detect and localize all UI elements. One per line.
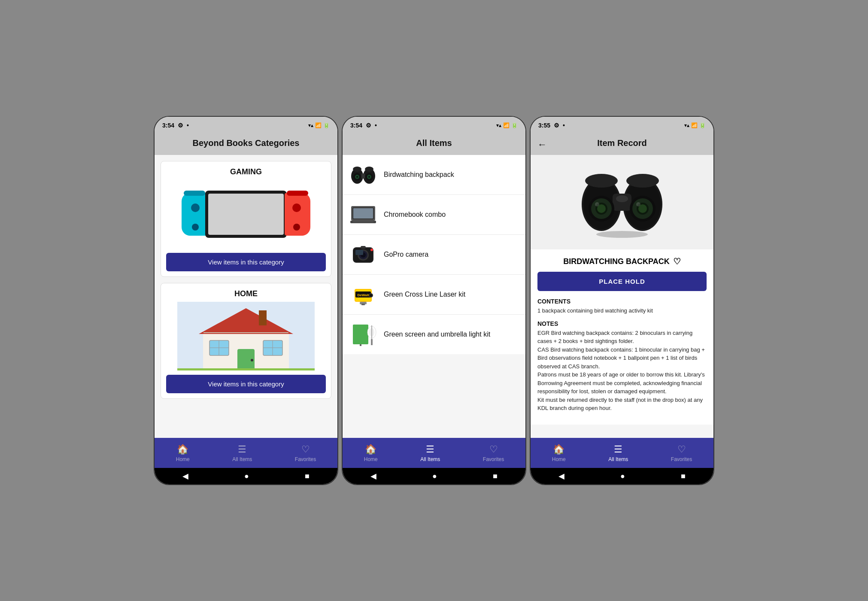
allitems-icon-1: ☰ xyxy=(238,444,246,455)
favorites-icon-1: ♡ xyxy=(301,444,310,455)
status-right-2: ▾▴ 📶 🔋 xyxy=(496,122,518,128)
status-right-3: ▾▴ 📶 🔋 xyxy=(684,122,706,128)
home-sys-btn-1[interactable]: ● xyxy=(244,472,249,481)
svg-rect-25 xyxy=(203,332,288,333)
nav-home-1[interactable]: 🏠 Home xyxy=(167,442,198,464)
status-time-2: 3:54 xyxy=(350,122,362,129)
svg-rect-64 xyxy=(371,339,373,345)
notes-section: NOTES EGR Bird watching backpack contain… xyxy=(537,320,707,413)
svg-point-35 xyxy=(353,167,361,172)
greenscreen-thumb-svg xyxy=(349,323,377,346)
svg-point-17 xyxy=(251,359,253,361)
list-item-greenscreen[interactable]: Green screen and umbrella light kit xyxy=(343,315,525,354)
allitems-icon-3: ☰ xyxy=(614,444,622,455)
svg-rect-48 xyxy=(361,246,366,249)
nav-home-2[interactable]: 🏠 Home xyxy=(355,442,386,464)
signal-icon-2: 📶 xyxy=(503,122,510,128)
status-time-1: 3:54 xyxy=(162,122,174,129)
settings-icon-2: ⚙ xyxy=(366,122,371,129)
favorites-icon-2: ♡ xyxy=(489,444,498,455)
nav-allitems-label-3: All Items xyxy=(608,456,628,462)
signal-icon-3: 📶 xyxy=(691,122,698,128)
svg-rect-60 xyxy=(360,344,361,346)
svg-point-81 xyxy=(626,174,659,188)
list-item-laser[interactable]: DeWalt Green Cross Line Laser kit xyxy=(343,275,525,315)
item-title-text: BIRDWATCHING BACKPACK xyxy=(563,257,669,266)
nav-favorites-3[interactable]: ♡ Favorites xyxy=(662,442,701,464)
list-item-gopro[interactable]: GoPro camera xyxy=(343,235,525,275)
svg-rect-10 xyxy=(184,191,205,196)
nav-home-label-1: Home xyxy=(176,456,190,462)
status-bar-1: 3:54 ⚙ • ▾▴ 📶 🔋 xyxy=(155,117,337,134)
item-name-greenscreen: Green screen and umbrella light kit xyxy=(384,330,490,339)
sys-nav-1: ◀ ● ■ xyxy=(155,468,337,484)
nav-allitems-2[interactable]: ☰ All Items xyxy=(412,442,449,464)
battery-icon-2: 🔋 xyxy=(511,122,518,128)
nav-allitems-label-1: All Items xyxy=(232,456,252,462)
nav-home-label-2: Home xyxy=(364,456,378,462)
place-hold-button[interactable]: PLACE HOLD xyxy=(537,272,707,291)
svg-rect-39 xyxy=(353,208,373,219)
back-sys-btn-1[interactable]: ◀ xyxy=(182,471,188,481)
list-item-birdwatching[interactable]: Birdwatching backpack xyxy=(343,155,525,195)
item-name-gopro: GoPro camera xyxy=(384,250,428,259)
item-hero-image xyxy=(531,155,713,249)
item-thumb-greenscreen xyxy=(349,321,377,348)
svg-point-82 xyxy=(616,195,628,202)
item-thumb-binoculars xyxy=(349,161,377,188)
status-left-1: 3:54 ⚙ • xyxy=(162,122,189,129)
svg-text:DeWalt: DeWalt xyxy=(358,293,369,297)
settings-icon-3: ⚙ xyxy=(554,122,559,129)
svg-point-33 xyxy=(356,176,358,178)
svg-point-6 xyxy=(191,203,200,212)
svg-point-78 xyxy=(597,204,606,213)
recents-sys-btn-1[interactable]: ■ xyxy=(305,472,310,481)
home-sys-btn-2[interactable]: ● xyxy=(432,472,437,481)
nav-favorites-label-2: Favorites xyxy=(483,456,504,462)
contents-section: CONTENTS 1 backpack containing bird watc… xyxy=(537,298,707,315)
home-icon-2: 🏠 xyxy=(365,444,376,455)
svg-rect-15 xyxy=(259,310,267,325)
nav-allitems-1[interactable]: ☰ All Items xyxy=(224,442,261,464)
nav-home-3[interactable]: 🏠 Home xyxy=(543,442,574,464)
nav-allitems-3[interactable]: ☰ All Items xyxy=(600,442,637,464)
svg-point-34 xyxy=(368,176,370,178)
item-name-laser: Green Cross Line Laser kit xyxy=(384,290,465,299)
wifi-icon-1: ▾▴ xyxy=(308,122,313,128)
chromebook-thumb-svg xyxy=(349,204,377,225)
back-button-3[interactable]: ← xyxy=(537,139,547,150)
home-sys-btn-3[interactable]: ● xyxy=(620,472,625,481)
status-left-2: 3:54 ⚙ • xyxy=(350,122,377,129)
recents-sys-btn-2[interactable]: ■ xyxy=(493,472,498,481)
bottom-nav-3: 🏠 Home ☰ All Items ♡ Favorites xyxy=(531,438,713,468)
category-title-home: HOME xyxy=(161,283,331,302)
category-title-gaming: GAMING xyxy=(161,161,331,180)
battery-icon-3: 🔋 xyxy=(699,122,706,128)
back-sys-btn-3[interactable]: ◀ xyxy=(558,471,565,481)
nav-favorites-1[interactable]: ♡ Favorites xyxy=(286,442,325,464)
list-item-chromebook[interactable]: Chromebook combo xyxy=(343,195,525,235)
phone-screen-3: 3:55 ⚙ • ▾▴ 📶 🔋 ← Item Record xyxy=(530,116,714,485)
wifi-icon-2: ▾▴ xyxy=(496,122,501,128)
favorite-heart-icon[interactable]: ♡ xyxy=(673,256,681,267)
svg-rect-3 xyxy=(208,194,284,235)
recents-sys-btn-3[interactable]: ■ xyxy=(681,472,686,481)
status-left-3: 3:55 ⚙ • xyxy=(538,122,565,129)
battery-icon-1: 🔋 xyxy=(323,122,330,128)
notes-text: EGR Bird watching backpack contains: 2 b… xyxy=(537,329,707,413)
nav-home-label-3: Home xyxy=(552,456,566,462)
home-icon-1: 🏠 xyxy=(177,444,188,455)
nav-favorites-2[interactable]: ♡ Favorites xyxy=(474,442,513,464)
home-image xyxy=(161,302,331,370)
svg-rect-11 xyxy=(287,191,308,196)
nav-favorites-label-3: Favorites xyxy=(671,456,692,462)
binoculars-thumb-svg xyxy=(349,163,377,186)
content-area-2: Birdwatching backpack xyxy=(343,155,525,438)
back-sys-btn-2[interactable]: ◀ xyxy=(370,471,376,481)
signal-icon-1: 📶 xyxy=(315,122,322,128)
view-home-btn[interactable]: View items in this category xyxy=(166,375,326,393)
app-header-3: ← Item Record xyxy=(531,134,713,155)
view-gaming-btn[interactable]: View items in this category xyxy=(166,253,326,271)
dot-indicator-1: • xyxy=(187,122,189,129)
item-thumb-gopro xyxy=(349,241,377,268)
